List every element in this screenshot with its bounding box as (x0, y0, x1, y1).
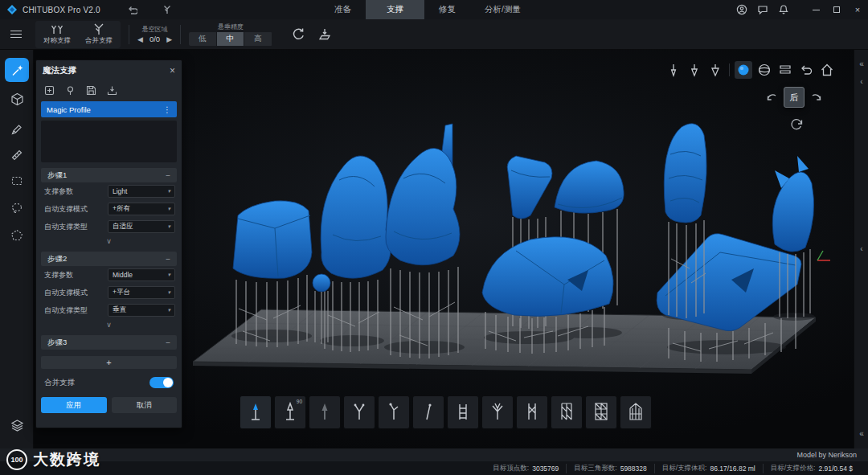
profile-toolbar (36, 81, 182, 99)
step1-header[interactable]: 步骤1 − (41, 168, 177, 182)
view-back-button[interactable]: 后 (784, 87, 805, 108)
support-toolbar: 对称支撑 合并支撑 悬空区域 ◀ 0/0 ▶ 悬垂精度 低 中 高 (0, 19, 868, 50)
profile-kebab-icon[interactable]: ⋮ (163, 105, 171, 114)
expand-bottom-icon[interactable]: « (854, 426, 868, 440)
edit-support-pen-button[interactable] (5, 117, 29, 141)
step1-auto-mode-select[interactable]: +所有▾ (108, 203, 175, 215)
watermark: 100 大数跨境 (6, 449, 100, 470)
step2-support-param-select[interactable]: Middle▾ (108, 268, 175, 281)
layers-icon (10, 419, 24, 432)
merge-support-button[interactable]: 合并支撑 (85, 23, 113, 46)
app-logo-icon (6, 4, 18, 15)
collapse-icon[interactable]: − (166, 255, 170, 264)
support-preset-5-button[interactable] (378, 395, 410, 429)
support-preset-9-button[interactable] (516, 395, 548, 429)
model-cube-tool-button[interactable] (5, 87, 29, 111)
tab-repair[interactable]: 修复 (424, 0, 470, 19)
support-preset-2-button[interactable]: 90 (274, 395, 306, 429)
pen-icon (10, 123, 23, 136)
step2-auto-type-select[interactable]: 垂直▾ (108, 304, 175, 317)
axis-gizmo (817, 251, 830, 260)
new-profile-icon[interactable] (44, 85, 55, 96)
account-icon[interactable] (731, 0, 752, 19)
undo-icon[interactable] (125, 2, 139, 17)
home-view-button[interactable] (818, 61, 836, 79)
collapse-icon[interactable]: − (166, 171, 170, 180)
support-preset-12-button[interactable] (620, 395, 652, 429)
rotate-right-icon[interactable] (810, 91, 823, 104)
cancel-button[interactable]: 取消 (112, 397, 178, 413)
maximize-button[interactable] (826, 0, 847, 19)
step2-auto-mode-select[interactable]: +平台▾ (108, 286, 175, 299)
support-tip-large-icon[interactable] (706, 61, 724, 79)
step2-header[interactable]: 步骤2 − (41, 252, 177, 266)
shaded-view-button[interactable] (735, 61, 752, 79)
orbit-rotate-icon[interactable] (789, 117, 804, 132)
symmetric-support-icon (50, 23, 64, 35)
support-tip-small-icon[interactable] (665, 61, 682, 79)
step1-support-param-select[interactable]: Light▾ (108, 185, 175, 198)
add-step-button[interactable]: + (41, 356, 177, 369)
chat-icon[interactable] (752, 0, 773, 19)
import-profile-icon[interactable] (107, 85, 117, 96)
precision-low-button[interactable]: 低 (189, 32, 217, 46)
rect-select-tool-button[interactable] (5, 169, 29, 193)
bell-icon[interactable] (773, 0, 794, 19)
tab-prepare[interactable]: 准备 (320, 0, 366, 19)
support-preset-3-button[interactable] (309, 395, 341, 429)
save-profile-icon[interactable] (86, 85, 96, 96)
next-overhang-button[interactable]: ▶ (166, 35, 172, 43)
lasso-select-tool-button[interactable] (5, 196, 29, 220)
expand-right-panel-icon[interactable]: « (854, 56, 868, 71)
merge-support-label: 合并支撑 (44, 378, 149, 388)
apply-button[interactable]: 应用 (41, 397, 107, 413)
panel-actions: 应用 取消 (36, 393, 182, 413)
polygon-select-icon (10, 229, 23, 242)
support-preset-10-button[interactable] (551, 395, 583, 429)
overhang-area-label: 悬空区域 (142, 25, 168, 34)
measure-tool-button[interactable] (5, 143, 29, 167)
panel-close-icon[interactable]: × (170, 65, 175, 76)
support-preset-4-button[interactable] (343, 395, 375, 429)
quick-support-icon[interactable] (160, 2, 174, 17)
collapse-icon[interactable]: − (166, 338, 170, 347)
support-preset-6-button[interactable] (412, 395, 444, 429)
platform-support-button[interactable] (314, 24, 335, 45)
step1-auto-type-select[interactable]: 自适应▾ (108, 220, 175, 233)
support-preset-7-button[interactable] (447, 395, 479, 429)
volume-stat: 目标/支撑体积:86.17/16.82 ml (654, 464, 763, 473)
view-undo-icon[interactable] (797, 61, 815, 79)
support-preset-1-button[interactable] (240, 395, 272, 429)
polygon-select-tool-button[interactable] (5, 223, 29, 248)
support-preset-11-button[interactable] (585, 395, 617, 429)
prev-overhang-button[interactable]: ◀ (137, 35, 143, 43)
step1-expand-icon[interactable]: ∨ (36, 235, 182, 246)
profile-magic-profile[interactable]: Magic Profile ⋮ (41, 101, 177, 117)
support-tip-medium-icon[interactable] (686, 61, 703, 79)
minimize-button[interactable] (805, 0, 826, 19)
layers-tool-button[interactable] (5, 413, 29, 437)
magic-support-tool-button[interactable] (5, 58, 29, 82)
clipping-view-button[interactable] (776, 61, 794, 79)
caret-down-icon: ▾ (167, 223, 170, 230)
pin-profile-icon[interactable] (65, 85, 76, 96)
refresh-detection-button[interactable] (289, 24, 309, 45)
step2-expand-icon[interactable]: ∨ (36, 319, 182, 330)
marquee-icon (10, 174, 23, 187)
expand-tools-icon[interactable]: ‹ (854, 74, 868, 88)
angle-badge: 90 (297, 399, 302, 404)
precision-mid-button[interactable]: 中 (217, 32, 245, 46)
panel-handle-icon[interactable]: ‹ (854, 241, 868, 256)
support-preset-8-button[interactable] (481, 395, 514, 429)
symmetric-support-button[interactable]: 对称支撑 (43, 23, 71, 46)
tab-support[interactable]: 支撑 (366, 0, 424, 19)
wireframe-view-button[interactable] (755, 61, 773, 79)
tab-analyze-measure[interactable]: 分析/测量 (470, 0, 535, 19)
precision-high-button[interactable]: 高 (244, 32, 272, 46)
divider (729, 63, 730, 76)
rotate-left-icon[interactable] (765, 91, 778, 104)
close-button[interactable]: × (847, 0, 868, 19)
step3-header[interactable]: 步骤3 − (41, 335, 177, 350)
menu-icon[interactable] (0, 19, 32, 50)
merge-support-toggle[interactable] (149, 377, 174, 388)
